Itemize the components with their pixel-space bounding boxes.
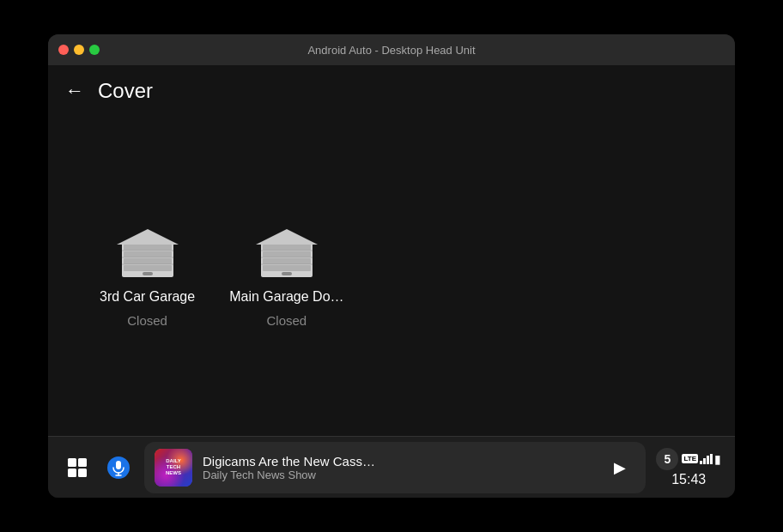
signal-bars	[700, 454, 713, 464]
channel-badge: 5	[656, 448, 678, 470]
svg-rect-20	[68, 458, 76, 467]
page-title: Cover	[98, 79, 153, 103]
bottom-bar: DAILYTECHNEWS Digicams Are the New Cass……	[48, 436, 735, 498]
svg-rect-9	[143, 272, 153, 275]
garage-door-icon-2	[256, 226, 318, 281]
time-display: 15:43	[671, 472, 706, 487]
svg-rect-23	[78, 469, 87, 477]
bar-2	[703, 458, 706, 464]
svg-marker-18	[256, 229, 318, 245]
battery-icon: ▮	[714, 452, 721, 466]
garage-grid: 3rd Car Garage Closed Main Garage	[48, 117, 735, 436]
close-button[interactable]	[58, 45, 69, 55]
main-content: ← Cover	[48, 65, 735, 436]
svg-rect-4	[124, 265, 172, 271]
svg-rect-14	[263, 265, 311, 271]
play-button[interactable]: ▶	[604, 452, 635, 483]
media-subtitle: Daily Tech News Show	[203, 469, 594, 481]
grid-icon	[65, 456, 89, 480]
garage-item-1-status: Closed	[127, 313, 167, 328]
media-title: Digicams Are the New Cass…	[203, 454, 594, 469]
garage-item-1[interactable]: 3rd Car Garage Closed	[100, 226, 195, 328]
mic-icon	[106, 456, 130, 480]
title-bar: Android Auto - Desktop Head Unit	[48, 34, 735, 65]
signal-icons: LTE ▮	[682, 452, 721, 466]
microphone-button[interactable]	[103, 452, 134, 483]
svg-rect-2	[124, 251, 172, 257]
lte-badge: LTE	[682, 454, 698, 463]
album-art: DAILYTECHNEWS	[155, 449, 192, 487]
app-window: Android Auto - Desktop Head Unit ← Cover	[48, 34, 735, 498]
window-title: Android Auto - Desktop Head Unit	[307, 44, 475, 57]
garage-item-2-status: Closed	[267, 313, 307, 328]
svg-rect-11	[263, 245, 311, 251]
garage-item-2[interactable]: Main Garage Do… Closed	[229, 226, 343, 328]
garage-item-1-name: 3rd Car Garage	[100, 289, 195, 305]
bar-3	[707, 456, 709, 464]
bar-4	[710, 454, 713, 464]
status-top: 5 LTE ▮	[656, 448, 721, 470]
svg-rect-12	[263, 251, 311, 257]
svg-rect-19	[282, 272, 292, 275]
header: ← Cover	[48, 65, 735, 117]
svg-marker-8	[117, 229, 179, 245]
back-button[interactable]: ←	[65, 82, 84, 100]
traffic-lights	[58, 45, 100, 55]
minimize-button[interactable]	[74, 45, 84, 55]
album-art-label: DAILYTECHNEWS	[166, 458, 181, 477]
svg-rect-3	[124, 258, 172, 264]
grid-view-button[interactable]	[62, 452, 93, 483]
media-player[interactable]: DAILYTECHNEWS Digicams Are the New Cass……	[144, 442, 646, 493]
garage-door-icon-1	[117, 226, 179, 281]
bar-1	[700, 461, 702, 464]
media-info: Digicams Are the New Cass… Daily Tech Ne…	[203, 454, 594, 481]
svg-rect-22	[68, 469, 76, 477]
maximize-button[interactable]	[89, 45, 100, 55]
svg-rect-25	[116, 461, 121, 469]
status-area: 5 LTE ▮ 15:43	[656, 448, 721, 487]
garage-item-2-name: Main Garage Do…	[229, 289, 343, 305]
album-art-inner: DAILYTECHNEWS	[155, 449, 192, 487]
svg-rect-1	[124, 245, 172, 251]
svg-rect-13	[263, 258, 311, 264]
svg-rect-21	[78, 458, 87, 467]
